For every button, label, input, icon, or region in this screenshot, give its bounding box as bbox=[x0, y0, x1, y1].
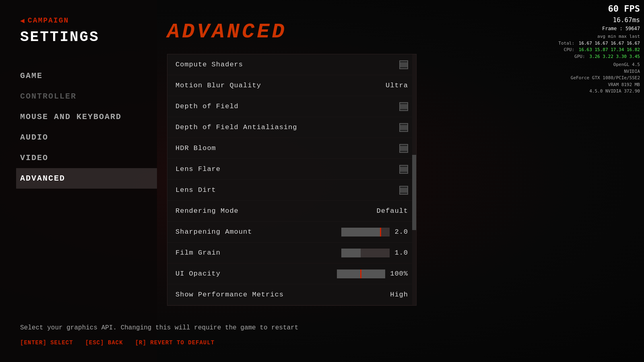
checkbox-lens-dirt[interactable] bbox=[399, 186, 408, 195]
back-arrow-icon: ◀ bbox=[20, 16, 25, 25]
label-hdr-bloom: HDR Bloom bbox=[175, 144, 216, 152]
nav-game[interactable]: GAME bbox=[20, 66, 157, 86]
bottom-bar: Select your graphics API. Changing this … bbox=[20, 324, 644, 346]
perf-overlay: 60 FPS 16.67ms Frame : 59647 avg min max… bbox=[558, 2, 640, 95]
label-film-grain: Film Grain bbox=[175, 249, 221, 257]
sidebar-title: SETTINGS bbox=[20, 29, 157, 45]
controls-row: [ENTER] SELECT [ESC] BACK [R] REVERT TO … bbox=[20, 339, 644, 346]
value-sharpening: 2.0 bbox=[394, 228, 408, 236]
row-motion-blur[interactable]: Motion Blur Quality Ultra bbox=[167, 75, 416, 96]
perf-cpu-label: CPU: bbox=[564, 47, 575, 52]
value-film-grain: 1.0 bbox=[394, 249, 408, 257]
checkbox-depth-of-field[interactable] bbox=[399, 102, 408, 111]
slider-ui-opacity-thumb bbox=[360, 269, 361, 278]
checkbox-depth-aa[interactable] bbox=[399, 123, 408, 132]
slider-film-grain-container[interactable]: 1.0 bbox=[341, 249, 408, 257]
sidebar: ◀ CAMPAIGN SETTINGS GAME CONTROLLER MOUS… bbox=[0, 0, 157, 362]
perf-vendor: NVIDIA bbox=[558, 68, 640, 75]
perf-info: OpenGL 4.5 NVIDIA GeForce GTX 1080/PCIe/… bbox=[558, 62, 640, 95]
control-esc[interactable]: [ESC] BACK bbox=[85, 339, 123, 346]
frame-display: Frame : 59647 bbox=[558, 25, 640, 32]
row-depth-of-field[interactable]: Depth of Field bbox=[167, 96, 416, 117]
value-motion-blur: Ultra bbox=[386, 82, 408, 89]
perf-gpu-vals: 3.26 3.22 3.30 3.45 bbox=[589, 54, 640, 59]
perf-gpu-label: GPU: bbox=[574, 54, 585, 59]
ms-display: 16.67ms bbox=[558, 15, 640, 25]
label-rendering-mode: Rendering Mode bbox=[175, 207, 239, 215]
label-compute-shaders: Compute Shaders bbox=[175, 61, 243, 68]
label-depth-aa: Depth of Field Antialiasing bbox=[175, 123, 297, 131]
label-perf-metrics: Show Performance Metrics bbox=[175, 291, 284, 298]
label-sharpening: Sharpening Amount bbox=[175, 228, 252, 236]
value-perf-metrics: High bbox=[390, 291, 408, 298]
nav-advanced[interactable]: ADVANCED bbox=[16, 168, 157, 189]
label-depth-of-field: Depth of Field bbox=[175, 103, 239, 110]
checkbox-compute-shaders[interactable] bbox=[399, 60, 408, 69]
back-link[interactable]: ◀ CAMPAIGN bbox=[20, 16, 157, 25]
label-motion-blur: Motion Blur Quality bbox=[175, 82, 261, 89]
perf-total-row: Total: 16.67 16.67 16.67 16.67 bbox=[558, 40, 640, 47]
nav-mouse-keyboard[interactable]: MOUSE AND KEYBOARD bbox=[20, 107, 157, 127]
label-lens-flare: Lens Flare bbox=[175, 165, 221, 173]
row-hdr-bloom[interactable]: HDR Bloom bbox=[167, 138, 416, 159]
perf-header: avg min max last Total: 16.67 16.67 16.6… bbox=[558, 33, 640, 60]
perf-card: GeForce GTX 1080/PCIe/SSE2 bbox=[558, 75, 640, 82]
perf-header-row: avg min max last bbox=[558, 33, 640, 40]
perf-version: 4.5.0 NVIDIA 372.90 bbox=[558, 88, 640, 95]
perf-cpu-vals: 16.63 15.87 17.34 16.82 bbox=[579, 47, 640, 52]
value-rendering-mode: Default bbox=[377, 207, 408, 215]
slider-sharpening-track[interactable] bbox=[341, 228, 390, 237]
scrollbar-thumb[interactable] bbox=[412, 155, 416, 230]
settings-panel: Compute Shaders Motion Blur Quality Ultr… bbox=[167, 54, 417, 306]
slider-ui-opacity-track[interactable] bbox=[337, 269, 385, 278]
perf-vram: VRAM 8192 MB bbox=[558, 82, 640, 88]
nav-video[interactable]: VIDEO bbox=[20, 148, 157, 168]
slider-film-grain-track[interactable] bbox=[341, 249, 390, 257]
slider-sharpening-thumb bbox=[380, 228, 381, 237]
value-ui-opacity: 100% bbox=[390, 270, 408, 278]
control-revert[interactable]: [R] REVERT TO DEFAULT bbox=[135, 339, 215, 346]
row-film-grain[interactable]: Film Grain 1.0 bbox=[167, 243, 416, 263]
checkbox-hdr-bloom[interactable] bbox=[399, 144, 408, 153]
nav-audio[interactable]: AUDIO bbox=[20, 127, 157, 148]
row-lens-flare[interactable]: Lens Flare bbox=[167, 159, 416, 180]
hint-text: Select your graphics API. Changing this … bbox=[20, 324, 644, 331]
perf-gpu-row: GPU: 3.26 3.22 3.30 3.45 bbox=[558, 53, 640, 60]
scrollbar[interactable] bbox=[412, 54, 416, 305]
perf-total-label: Total: bbox=[558, 41, 574, 46]
checkbox-lens-flare[interactable] bbox=[399, 165, 408, 174]
row-rendering-mode[interactable]: Rendering Mode Default bbox=[167, 201, 416, 222]
row-ui-opacity[interactable]: UI Opacity 100% bbox=[167, 263, 416, 284]
slider-film-grain-fill bbox=[341, 249, 361, 257]
slider-ui-opacity-container[interactable]: 100% bbox=[337, 269, 408, 278]
label-lens-dirt: Lens Dirt bbox=[175, 186, 216, 194]
fps-display: 60 FPS bbox=[558, 2, 640, 15]
slider-sharpening-container[interactable]: 2.0 bbox=[341, 228, 408, 237]
row-lens-dirt[interactable]: Lens Dirt bbox=[167, 180, 416, 201]
row-sharpening[interactable]: Sharpening Amount 2.0 bbox=[167, 222, 416, 243]
control-enter[interactable]: [ENTER] SELECT bbox=[20, 339, 73, 346]
back-label: CAMPAIGN bbox=[28, 16, 69, 25]
perf-total-vals: 16.67 16.67 16.67 16.67 bbox=[579, 41, 640, 46]
label-ui-opacity: UI Opacity bbox=[175, 270, 221, 278]
perf-api: OpenGL 4.5 bbox=[558, 62, 640, 68]
slider-sharpening-fill bbox=[341, 228, 380, 237]
nav-controller[interactable]: CONTROLLER bbox=[20, 86, 157, 107]
row-compute-shaders[interactable]: Compute Shaders bbox=[167, 54, 416, 75]
perf-cpu-row: CPU: 16.63 15.87 17.34 16.82 bbox=[558, 47, 640, 53]
row-perf-metrics[interactable]: Show Performance Metrics High bbox=[167, 284, 416, 305]
row-depth-aa[interactable]: Depth of Field Antialiasing bbox=[167, 117, 416, 138]
